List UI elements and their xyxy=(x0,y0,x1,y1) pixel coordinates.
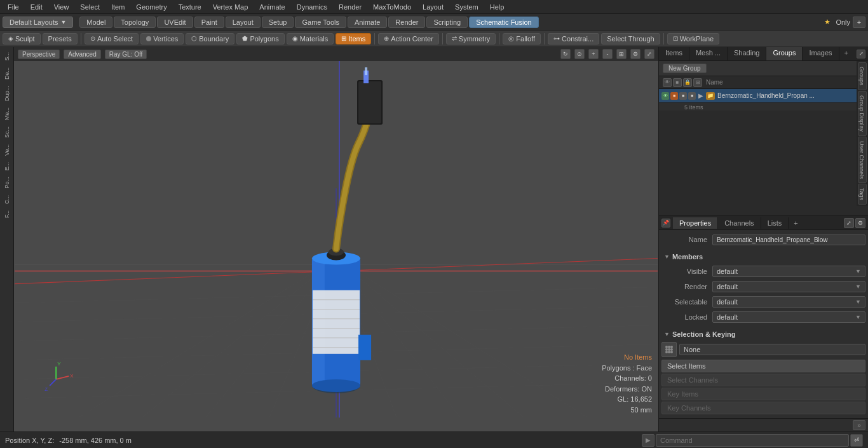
action-center-button[interactable]: ⊕ Action Center xyxy=(378,33,439,44)
tab-mesh[interactable]: Mesh ... xyxy=(689,47,728,60)
group-expand-button[interactable]: ▶ xyxy=(697,92,705,100)
menu-texture[interactable]: Texture xyxy=(173,2,207,12)
sidebar-item-1[interactable]: S... xyxy=(3,50,11,64)
tab-lists[interactable]: Lists xyxy=(761,217,789,229)
vtab-user-channels[interactable]: User Channels xyxy=(858,137,867,184)
presets-button[interactable]: Presets xyxy=(43,33,78,44)
menu-geometry[interactable]: Geometry xyxy=(131,2,172,12)
sculpt-button[interactable]: ◈ Sculpt xyxy=(3,33,41,44)
add-tab-button[interactable]: + xyxy=(839,47,853,60)
menu-maxtomodo[interactable]: MaxToModo xyxy=(368,2,416,12)
vertices-button[interactable]: Vertices xyxy=(140,33,184,44)
layout-setup[interactable]: Setup xyxy=(262,17,294,28)
group-visibility-icon[interactable]: 👁 xyxy=(661,92,669,100)
sidebar-item-8[interactable]: Po... xyxy=(3,174,11,191)
zoom-out-icon[interactable]: - xyxy=(602,49,613,59)
polygons-button[interactable]: ⬟ Polygons xyxy=(236,33,284,44)
layout-model[interactable]: Model xyxy=(79,17,112,28)
new-group-button[interactable]: New Group xyxy=(663,64,707,73)
menu-layout[interactable]: Layout xyxy=(417,2,449,12)
command-execute-button[interactable]: ⏎ xyxy=(850,434,863,447)
menu-animate[interactable]: Animate xyxy=(254,2,290,12)
vtab-group-display[interactable]: Group Display xyxy=(858,91,867,136)
menu-edit[interactable]: Edit xyxy=(25,2,48,12)
advanced-button[interactable]: Advanced xyxy=(64,50,100,59)
tab-properties[interactable]: Properties xyxy=(673,217,718,229)
layout-animate[interactable]: Animate xyxy=(348,17,387,28)
layout-schematic-fusion[interactable]: Schematic Fusion xyxy=(469,17,538,28)
selection-keying-header[interactable]: ▼ Selection & Keying xyxy=(661,328,865,341)
menu-help[interactable]: Help xyxy=(485,2,510,12)
select-channels-button[interactable]: Select Channels xyxy=(661,374,865,386)
menu-select[interactable]: Select xyxy=(75,2,105,12)
menu-view[interactable]: View xyxy=(49,2,74,12)
sidebar-item-2[interactable]: De... xyxy=(3,65,11,82)
prop-name-input[interactable] xyxy=(712,234,865,245)
menu-dynamics[interactable]: Dynamics xyxy=(292,2,332,12)
zoom-reset-icon[interactable]: ⊙ xyxy=(574,49,585,59)
sidebar-item-3[interactable]: Dup... xyxy=(3,83,11,104)
menu-system[interactable]: System xyxy=(450,2,484,12)
sidebar-item-10[interactable]: F... xyxy=(3,208,11,221)
vtab-tags[interactable]: Tags xyxy=(858,184,867,205)
tab-groups[interactable]: Groups xyxy=(766,47,803,60)
symmetry-button[interactable]: ⇌ Symmetry xyxy=(446,33,496,44)
menu-file[interactable]: File xyxy=(3,2,24,12)
items-button[interactable]: ⊞ Items xyxy=(336,33,371,44)
tab-shading[interactable]: Shading xyxy=(728,47,766,60)
layout-topology[interactable]: Topology xyxy=(114,17,156,28)
settings-icon[interactable]: ⚙ xyxy=(630,49,641,59)
tab-images[interactable]: Images xyxy=(803,47,839,60)
group-render-icon3[interactable]: ■ xyxy=(688,92,696,100)
vtab-groups[interactable]: Groups xyxy=(858,62,867,90)
layout-render[interactable]: Render xyxy=(388,17,425,28)
menu-vertex-map[interactable]: Vertex Map xyxy=(208,2,254,12)
sidebar-item-5[interactable]: Sc... xyxy=(3,124,11,140)
auto-select-button[interactable]: ⊙ Auto Select xyxy=(85,33,139,44)
prop-selectable-dropdown[interactable]: default ▼ xyxy=(712,296,865,308)
materials-button[interactable]: ◉ Materials xyxy=(287,33,334,44)
members-header[interactable]: ▼ Members xyxy=(661,250,865,263)
panel-expand-icon[interactable]: ⤢ xyxy=(857,50,865,58)
add-property-tab-button[interactable]: + xyxy=(789,217,803,229)
layout-scripting[interactable]: Scripting xyxy=(426,17,468,28)
falloff-button[interactable]: ◎ Falloff xyxy=(503,33,541,44)
tab-channels[interactable]: Channels xyxy=(718,217,761,229)
layout-layout[interactable]: Layout xyxy=(226,17,261,28)
tab-items[interactable]: Items xyxy=(659,47,689,60)
group-render-icon2[interactable]: ■ xyxy=(679,92,687,100)
add-layout-button[interactable]: + xyxy=(853,17,865,28)
group-render-icon1[interactable]: ■ xyxy=(670,92,678,100)
select-items-button[interactable]: Select Items xyxy=(661,360,865,372)
select-through-button[interactable]: Select Through xyxy=(601,33,660,44)
layout-uvedit[interactable]: UVEdit xyxy=(157,17,193,28)
sidebar-item-9[interactable]: C... xyxy=(3,193,11,207)
constraints-button[interactable]: ⊶ Constrai... xyxy=(548,33,599,44)
properties-pin-icon[interactable]: 📌 xyxy=(661,219,670,227)
sidebar-item-6[interactable]: Ve... xyxy=(3,142,11,158)
prop-visible-dropdown[interactable]: default ▼ xyxy=(712,266,865,277)
maximize-icon[interactable]: ⤢ xyxy=(644,49,654,59)
zoom-in-icon[interactable]: + xyxy=(588,49,599,59)
layout-paint[interactable]: Paint xyxy=(194,17,224,28)
layout-game-tools[interactable]: Game Tools xyxy=(295,17,346,28)
perspective-button[interactable]: Perspective xyxy=(18,50,60,59)
prop-locked-dropdown[interactable]: default ▼ xyxy=(712,311,865,323)
key-items-button[interactable]: Key Items xyxy=(661,388,865,400)
key-channels-button[interactable]: Key Channels xyxy=(661,402,865,414)
prop-expand-icon[interactable]: ⤢ xyxy=(844,218,854,228)
menu-item[interactable]: Item xyxy=(106,2,130,12)
sidebar-item-4[interactable]: Me... xyxy=(3,105,11,123)
command-input[interactable] xyxy=(656,434,849,447)
menu-render[interactable]: Render xyxy=(334,2,367,12)
viewport[interactable]: Perspective Advanced Ray GL: Off ↻ ⊙ + -… xyxy=(14,47,658,431)
sidebar-item-7[interactable]: E... xyxy=(3,160,11,173)
ray-gl-button[interactable]: Ray GL: Off xyxy=(105,50,147,59)
default-layouts-dropdown[interactable]: Default Layouts ▼ xyxy=(3,17,73,28)
workplane-button[interactable]: ⊡ WorkPlane xyxy=(667,33,720,44)
prop-render-dropdown[interactable]: default ▼ xyxy=(712,281,865,292)
boundary-button[interactable]: ⬡ Boundary xyxy=(186,33,234,44)
group-item-bernzomatic[interactable]: 👁 ■ ■ ■ ▶ 📁 Bernzomatic_Handheld_Propan … xyxy=(659,89,868,103)
properties-expand-button[interactable]: » xyxy=(853,420,865,430)
frame-icon[interactable]: ⊞ xyxy=(616,49,627,59)
